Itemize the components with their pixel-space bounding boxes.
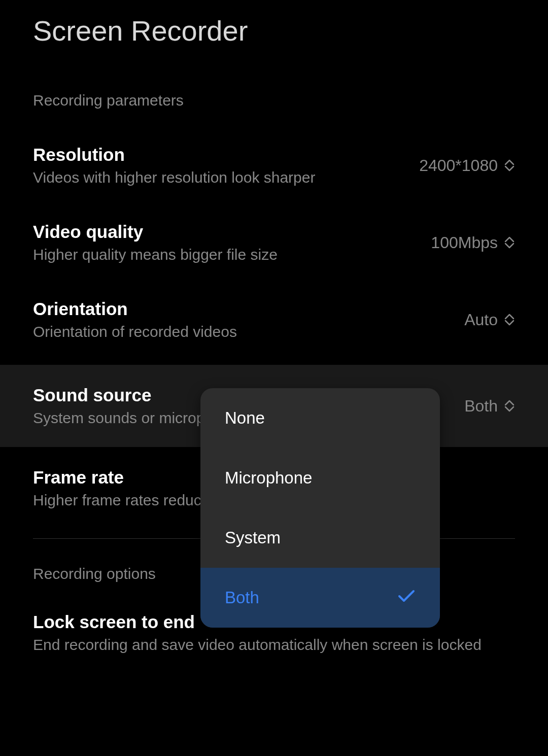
setting-resolution[interactable]: Resolution Videos with higher resolution… xyxy=(0,145,548,186)
popup-option-label: Microphone xyxy=(225,468,312,488)
setting-title: Video quality xyxy=(33,222,431,242)
popup-option-both[interactable]: Both xyxy=(200,568,440,628)
setting-subtitle: End recording and save video automatical… xyxy=(33,636,515,654)
sound-source-popup: None Microphone System Both xyxy=(200,388,440,628)
popup-option-label: None xyxy=(225,408,265,428)
checkmark-icon xyxy=(397,588,416,607)
setting-subtitle: Videos with higher resolution look sharp… xyxy=(33,169,419,186)
setting-value: Auto xyxy=(464,311,498,329)
page-title: Screen Recorder xyxy=(0,0,548,47)
setting-title: Orientation xyxy=(33,299,464,319)
setting-value: 2400*1080 xyxy=(419,156,498,175)
setting-value: 100Mbps xyxy=(431,233,498,252)
setting-left: Resolution Videos with higher resolution… xyxy=(33,145,419,186)
setting-right: 100Mbps xyxy=(431,233,515,252)
setting-right: Both xyxy=(464,397,515,416)
popup-option-label: System xyxy=(225,528,281,547)
setting-subtitle: Higher quality means bigger file size xyxy=(33,246,431,263)
setting-subtitle: Orientation of recorded videos xyxy=(33,323,464,340)
popup-option-none[interactable]: None xyxy=(200,388,440,448)
setting-left: Orientation Orientation of recorded vide… xyxy=(33,299,464,340)
setting-video-quality[interactable]: Video quality Higher quality means bigge… xyxy=(0,222,548,263)
chevron-updown-icon xyxy=(504,400,515,412)
chevron-updown-icon xyxy=(504,236,515,249)
popup-option-microphone[interactable]: Microphone xyxy=(200,448,440,508)
chevron-updown-icon xyxy=(504,314,515,326)
setting-value: Both xyxy=(464,397,498,416)
setting-orientation[interactable]: Orientation Orientation of recorded vide… xyxy=(0,299,548,340)
setting-title: Resolution xyxy=(33,145,419,165)
popup-option-label: Both xyxy=(225,588,259,607)
section-header-parameters: Recording parameters xyxy=(0,92,548,109)
setting-left: Video quality Higher quality means bigge… xyxy=(33,222,431,263)
setting-right: 2400*1080 xyxy=(419,156,515,175)
setting-right: Auto xyxy=(464,311,515,329)
popup-option-system[interactable]: System xyxy=(200,508,440,568)
chevron-updown-icon xyxy=(504,159,515,171)
